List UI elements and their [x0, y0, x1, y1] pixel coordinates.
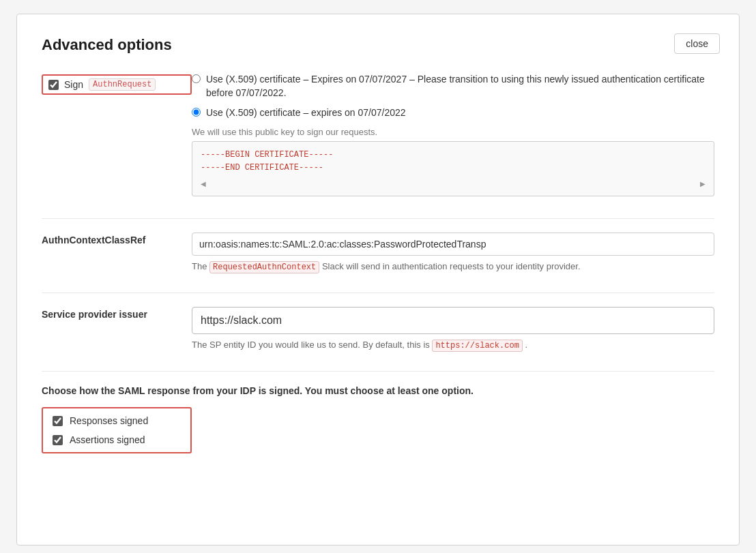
authn-context-row: AuthnContextClassRef The RequestedAuthnC… — [42, 233, 714, 273]
sp-default-link: https://slack.com — [432, 340, 522, 352]
cert-option-2-text: Use (X.509) certificate – expires on 07/… — [206, 106, 406, 120]
sign-label: Sign — [64, 79, 83, 90]
sp-desc-after: . — [525, 340, 527, 350]
scroll-left-arrow[interactable]: ◀ — [201, 180, 206, 188]
sign-authn-checkbox[interactable] — [48, 80, 59, 90]
divider-1 — [42, 218, 714, 219]
cert-helper-text: We will use this public key to sign our … — [192, 127, 714, 137]
sp-desc-before: The SP entity ID you would like us to se… — [192, 340, 430, 350]
service-provider-content: The SP entity ID you would like us to se… — [192, 307, 714, 352]
divider-3 — [42, 371, 714, 372]
certificate-option-1: Use (X.509) certificate – Expires on 07/… — [192, 73, 714, 100]
assertions-signed-checkbox[interactable] — [53, 435, 63, 445]
authn-context-label: AuthnContextClassRef — [42, 229, 145, 245]
service-provider-row: Service provider issuer The SP entity ID… — [42, 307, 714, 352]
cert-radio-1[interactable] — [192, 74, 201, 83]
saml-heading: Choose how the SAML response from your I… — [42, 385, 714, 396]
cert-begin: -----BEGIN CERTIFICATE----- — [201, 149, 706, 162]
authn-context-input[interactable] — [192, 233, 714, 256]
sign-authn-label-area: Sign AuthnRequest — [42, 73, 192, 95]
requested-authn-context-tag: RequestedAuthnContext — [209, 261, 319, 273]
authn-context-content: The RequestedAuthnContext Slack will sen… — [192, 233, 714, 273]
certificate-options: Use (X.509) certificate – Expires on 07/… — [192, 73, 714, 199]
certificate-box: -----BEGIN CERTIFICATE----- -----END CER… — [192, 141, 714, 196]
service-provider-label: Service provider issuer — [42, 303, 147, 320]
responses-signed-row: Responses signed — [53, 415, 181, 426]
assertions-signed-row: Assertions signed — [53, 434, 181, 445]
saml-section: Choose how the SAML response from your I… — [42, 385, 714, 453]
divider-2 — [42, 293, 714, 293]
cert-end: -----END CERTIFICATE----- — [201, 162, 706, 175]
authn-context-label-area: AuthnContextClassRef — [42, 233, 192, 246]
authn-context-desc-after: Slack will send in authentication reques… — [322, 261, 581, 271]
assertions-signed-label: Assertions signed — [70, 434, 145, 445]
certificate-option-2: Use (X.509) certificate – expires on 07/… — [192, 106, 714, 120]
authn-request-tag: AuthnRequest — [89, 78, 156, 91]
authn-context-desc-before: The — [192, 261, 207, 271]
close-button[interactable]: close — [674, 33, 720, 54]
authn-context-description: The RequestedAuthnContext Slack will sen… — [192, 260, 714, 273]
service-provider-input[interactable] — [192, 307, 714, 334]
modal-title: Advanced options — [42, 36, 714, 54]
cert-radio-2[interactable] — [192, 108, 201, 117]
responses-signed-label: Responses signed — [70, 415, 148, 426]
scroll-right-arrow[interactable]: ▶ — [700, 180, 706, 188]
sign-authn-row: Sign AuthnRequest Use (X.509) certificat… — [42, 73, 714, 199]
service-provider-description: The SP entity ID you would like us to se… — [192, 338, 714, 352]
service-provider-label-area: Service provider issuer — [42, 307, 192, 320]
cert-option-1-text: Use (X.509) certificate – Expires on 07/… — [206, 73, 714, 100]
cert-scroll-bar: ◀ ▶ — [201, 179, 706, 189]
saml-checkbox-group: Responses signed Assertions signed — [42, 407, 192, 453]
advanced-options-modal: Advanced options close Sign AuthnRequest… — [16, 14, 740, 545]
responses-signed-checkbox[interactable] — [53, 416, 63, 426]
sign-authn-wrapper: Sign AuthnRequest — [42, 74, 192, 95]
